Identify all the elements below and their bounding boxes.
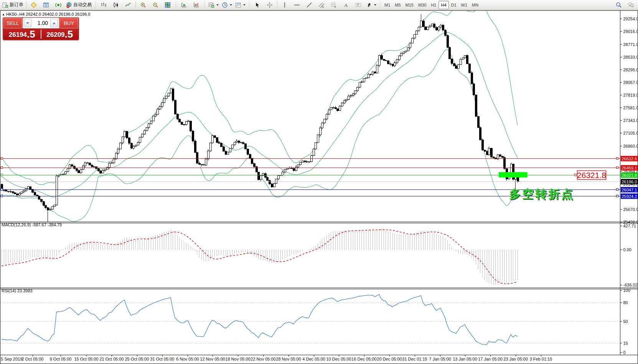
data-window-button[interactable]: [40, 0, 52, 10]
time-axis-label: 22 Nov 05:00: [251, 357, 275, 361]
rsi-axis-label: 0: [623, 350, 626, 355]
price-tick-label: 27581.0: [623, 105, 638, 110]
text-button[interactable]: A: [340, 0, 352, 10]
tile-windows-icon: [165, 2, 171, 8]
timeframe-button-m5[interactable]: M5: [392, 1, 403, 9]
arrows-button[interactable]: [364, 0, 378, 10]
time-axis-label: 25 Oct 05:00: [125, 357, 149, 361]
templates-button[interactable]: [234, 0, 247, 10]
chevron-down-icon[interactable]: [216, 4, 219, 6]
one-click-trade-panel: SELL 1.00 BUY 26194.5 26209.5: [3, 18, 79, 40]
time-axis-label: 31 Oct 05:00: [150, 357, 175, 361]
svg-text:A: A: [344, 2, 348, 8]
bid-price[interactable]: 26194.5: [3, 29, 41, 40]
bar-chart-button[interactable]: [97, 0, 110, 10]
volume-field[interactable]: 1.00: [23, 18, 59, 28]
line-chart-icon: [125, 2, 131, 8]
sell-button[interactable]: SELL: [3, 18, 22, 28]
hline-handle[interactable]: [617, 195, 618, 197]
ask-price[interactable]: 26209.5: [41, 29, 79, 40]
timeframe-button-m15[interactable]: M15: [403, 1, 416, 9]
timeframe-button-h1[interactable]: H1: [429, 1, 439, 9]
horizontal-line-button[interactable]: [291, 0, 303, 10]
hline-handle[interactable]: [1, 167, 3, 169]
time-axis-label: 6 Nov 05:00: [176, 357, 199, 361]
highlight-zone[interactable]: [499, 172, 528, 178]
price-tick-label: 28057.0: [623, 80, 638, 85]
price-annotation-text: 26321.8: [577, 171, 606, 180]
rsi-axis-label: 50: [623, 319, 628, 324]
vertical-line-icon: [282, 2, 288, 8]
macd-indicator-label: MACD(12,26,9) -587.67 -384.79: [2, 222, 62, 227]
cursor-button[interactable]: [251, 0, 264, 10]
indicators-button[interactable]: [207, 0, 220, 10]
volume-value[interactable]: 1.00: [32, 20, 49, 26]
periods-icon: [222, 2, 228, 8]
zoom-out-button[interactable]: [149, 0, 162, 10]
hline-handle[interactable]: [617, 167, 618, 169]
time-axis-label: 17 Jan 05:00: [478, 357, 503, 361]
svg-text:T: T: [357, 3, 359, 7]
chevron-down-icon[interactable]: [230, 4, 232, 6]
periods-button[interactable]: [220, 0, 234, 10]
hline-handle[interactable]: [1, 189, 3, 191]
rsi-axis-label: 15: [623, 341, 628, 346]
timeframe-button-h4[interactable]: H4: [439, 1, 448, 9]
vertical-line-button[interactable]: [279, 0, 291, 10]
svg-text:26047.1: 26047.1: [622, 188, 637, 192]
hline-handle[interactable]: [1, 195, 3, 197]
timeframe-button-d1[interactable]: D1: [449, 1, 459, 9]
chevron-down-icon[interactable]: [374, 4, 376, 6]
price-box-handle[interactable]: [574, 174, 576, 176]
price-tick-label: 28533.0: [623, 55, 638, 59]
auto-trading-button[interactable]: 自动交易: [64, 0, 93, 10]
hline-handle[interactable]: [1, 158, 3, 160]
price-tick-label: 27105.0: [623, 131, 638, 135]
timeframe-button-m30[interactable]: M30: [416, 1, 429, 9]
hline-handle[interactable]: [617, 189, 618, 191]
navigator-button[interactable]: [52, 0, 64, 10]
timeframe-button-mn[interactable]: MN: [470, 1, 481, 9]
fibonacci-button[interactable]: F: [328, 0, 340, 10]
timeframe-button-w1[interactable]: W1: [459, 1, 470, 9]
new-order-button[interactable]: 新订单: [1, 0, 25, 10]
timeframe-toolbar: M1M5M15M30H1H4D1W1MN: [382, 1, 481, 9]
volume-increase-button[interactable]: [50, 19, 58, 27]
tile-windows-button[interactable]: [162, 0, 174, 10]
candlestick-chart-button[interactable]: [110, 0, 122, 10]
equidistant-channel-button[interactable]: E: [315, 0, 328, 10]
toolbar: 新订单自动交易EFAT M1M5M15M30H1H4D1W1MN: [0, 0, 638, 10]
chart-shift-icon: [193, 2, 199, 8]
market-watch-button[interactable]: [28, 0, 40, 10]
hline-handle[interactable]: [617, 158, 618, 160]
toolbar-separator: [204, 1, 206, 9]
auto-scroll-button[interactable]: [178, 0, 190, 10]
zoom-in-icon: [140, 2, 146, 8]
cn-note-text[interactable]: 多空转折点: [509, 188, 574, 200]
zoom-in-button[interactable]: [137, 0, 149, 10]
chat-button[interactable]: [625, 0, 637, 10]
time-axis-label: 12 Nov 05:00: [200, 357, 225, 361]
search-button[interactable]: [613, 0, 625, 10]
auto-scroll-icon: [181, 2, 187, 8]
volume-decrease-button[interactable]: [24, 19, 31, 27]
collapse-panel-icon[interactable]: ▲: [2, 13, 5, 16]
toolbar-right-group: [613, 0, 637, 10]
market-watch-icon: [31, 2, 37, 8]
hline-handle[interactable]: [1, 174, 3, 176]
text-label-button[interactable]: T: [352, 0, 364, 10]
chevron-down-icon[interactable]: [243, 4, 246, 6]
trendline-button[interactable]: [303, 0, 315, 10]
price-tick-label: 28771.0: [623, 42, 638, 47]
chart-canvas[interactable]: 29254.029016.028771.028533.028295.028057…: [0, 0, 638, 364]
horizontal-line-icon: [294, 2, 300, 8]
chart-shift-button[interactable]: [190, 0, 203, 10]
timeframe-button-m1[interactable]: M1: [382, 1, 392, 9]
svg-text:F: F: [335, 5, 336, 8]
buy-button[interactable]: BUY: [59, 18, 78, 28]
toolbar-left-group: 新订单自动交易EFAT: [1, 0, 382, 10]
toolbar-separator: [248, 1, 250, 9]
line-chart-button[interactable]: [122, 0, 134, 10]
crosshair-button[interactable]: [264, 0, 276, 10]
cursor-icon: [254, 2, 260, 8]
